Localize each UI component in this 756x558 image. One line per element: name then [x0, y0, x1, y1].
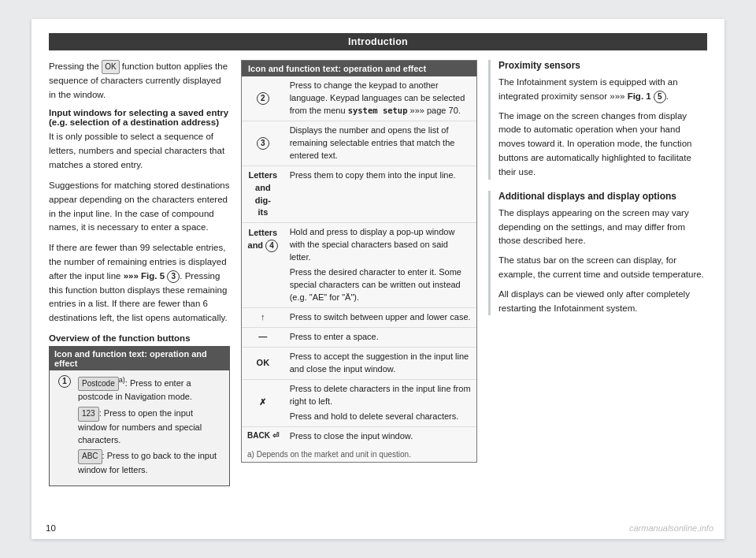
mid-table-box: Icon and function text: operation and ef…	[241, 60, 477, 463]
icon-cell-letters-4: Lettersand 4	[242, 223, 284, 308]
page: Introduction Pressing the OK function bu…	[32, 19, 724, 539]
text-cell-backspace: Press to delete characters in the input …	[284, 379, 476, 426]
table-row-2: 2 Press to change the keypad to another …	[242, 76, 476, 121]
left-column: Pressing the OK function button applies …	[49, 60, 230, 522]
ok-key: OK	[102, 60, 119, 74]
text-cell-3: Displays the number and opens the list o…	[284, 121, 476, 166]
table-row-backspace: ✗ Press to delete characters in the inpu…	[242, 379, 476, 426]
table-row-back: BACK ⏎ Press to close the input window.	[242, 426, 476, 445]
proximity-title: Proximity sensors	[498, 60, 707, 71]
mid-column: Icon and function text: operation and ef…	[241, 60, 477, 522]
text-cell-ok: Press to accept the suggestion in the in…	[284, 347, 476, 379]
text-cell-back: Press to close the input window.	[284, 426, 476, 445]
right-column: Proximity sensors The Infotainment syste…	[488, 60, 707, 522]
overview-heading: Overview of the function buttons	[49, 333, 230, 343]
intro-text: Pressing the OK function button applies …	[49, 60, 230, 102]
right-section-proximity: Proximity sensors The Infotainment syste…	[488, 60, 707, 180]
inner-table-header: Icon and function text: operation and ef…	[50, 347, 229, 370]
sub-row-postcode: Postcodea): Press to enter a postcode in…	[78, 375, 223, 404]
sub-row-123: 123: Press to open the input window for …	[78, 407, 223, 446]
mid-table: 2 Press to change the keypad to another …	[242, 76, 476, 446]
footnote: a) Depends on the market and unit in que…	[242, 450, 476, 462]
icon-cell-dash: —	[242, 327, 284, 347]
text-cell-arrow-up: Press to switch between upper and lower …	[284, 308, 476, 328]
icon-cell-backspace: ✗	[242, 379, 284, 426]
page-number: 10	[46, 523, 56, 533]
text-cell-2: Press to change the keypad to another la…	[284, 76, 476, 121]
right-section-displays: Additional displays and display options …	[488, 191, 707, 316]
table-row-letters-4: Lettersand 4 Hold and press to display a…	[242, 223, 476, 308]
postcode-btn: Postcode	[78, 377, 119, 392]
para2: Suggestions for matching stored destinat…	[49, 179, 230, 235]
text-cell-dash: Press to enter a space.	[284, 327, 476, 347]
table-row-letters-digits: Lettersand dig-its Press them to copy th…	[242, 166, 476, 223]
row-text-1: Postcodea): Press to enter a postcode in…	[78, 375, 223, 477]
proximity-para1: The Infotainment system is equipped with…	[498, 76, 707, 104]
table-row-dash: — Press to enter a space.	[242, 327, 476, 347]
table-row-ok: OK Press to accept the suggestion in the…	[242, 347, 476, 379]
table-row-3: 3 Displays the number and opens the list…	[242, 121, 476, 166]
para3: If there are fewer than 99 selectable en…	[49, 241, 230, 326]
icon-cell-letters-digits: Lettersand dig-its	[242, 166, 284, 223]
para1: It is only possible to select a sequence…	[49, 130, 230, 172]
displays-para2: The status bar on the screen can display…	[498, 254, 707, 282]
icon-cell-ok: OK	[242, 347, 284, 379]
text-cell-letters-4: Hold and press to display a pop-up windo…	[284, 223, 476, 308]
icon-cell-arrow-up: ↑	[242, 308, 284, 328]
icon-cell-2: 2	[242, 76, 284, 121]
watermark: carmanualsonline.info	[629, 523, 713, 533]
123-btn: 123	[78, 407, 99, 422]
sub-row-abc: ABC: Press to go back to the input windo…	[78, 449, 223, 476]
table-row-arrow-up: ↑ Press to switch between upper and lowe…	[242, 308, 476, 328]
mid-table-header: Icon and function text: operation and ef…	[242, 61, 476, 76]
header-bar: Introduction	[49, 33, 707, 50]
proximity-para2: The image on the screen changes from dis…	[498, 110, 707, 180]
icon-cell-back: BACK ⏎	[242, 426, 284, 445]
displays-title: Additional displays and display options	[498, 191, 707, 202]
displays-para1: The displays appearing on the screen may…	[498, 206, 707, 248]
icon-cell-3: 3	[242, 121, 284, 166]
heading-input-windows: Input windows for selecting a saved entr…	[49, 108, 230, 127]
displays-para3: All displays can be viewed only after co…	[498, 288, 707, 316]
text-cell-letters-digits: Press them to copy them into the input l…	[284, 166, 476, 223]
header-title: Introduction	[348, 36, 408, 47]
inner-table-box: Icon and function text: operation and ef…	[49, 346, 230, 486]
main-layout: Pressing the OK function button applies …	[49, 60, 707, 522]
inner-table-row-1: 1 Postcodea): Press to enter a postcode …	[56, 375, 223, 477]
row-icon-1: 1	[56, 375, 73, 388]
abc-btn: ABC	[78, 449, 102, 464]
